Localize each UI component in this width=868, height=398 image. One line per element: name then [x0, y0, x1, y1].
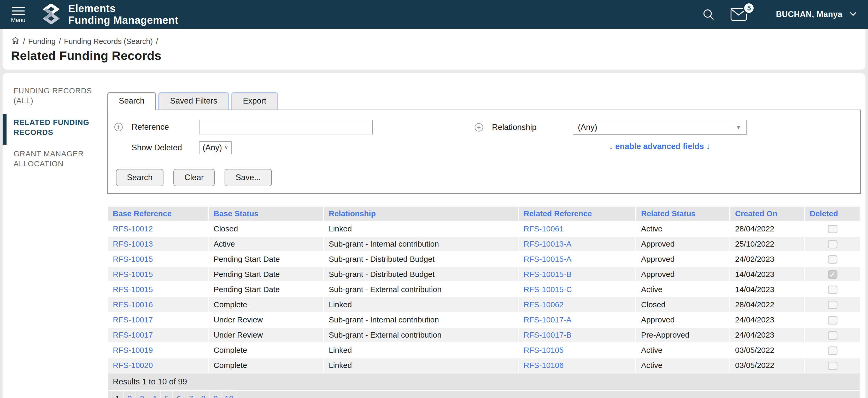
breadcrumb-card: / Funding / Funding Records (Search) / R… [3, 29, 865, 69]
related-reference-link[interactable]: RFS-10015-A [524, 255, 571, 263]
page-number[interactable]: 10 [221, 391, 237, 398]
deleted-checkbox[interactable] [828, 316, 837, 324]
sidebar-item-funding-records-all[interactable]: FUNDING RECORDS (ALL) [13, 86, 102, 106]
related-reference-link[interactable]: RFS-10013-A [524, 239, 571, 248]
show-deleted-label: Show Deleted [132, 143, 182, 152]
base-reference-link[interactable]: RFS-10016 [113, 300, 153, 309]
page-number[interactable]: 7 [185, 391, 197, 398]
pagination: 1 2 3 4 5 6 7 8 9 10 [112, 391, 237, 398]
column-header-related-reference[interactable]: Related Reference [518, 206, 636, 221]
table-row: RFS-10015 Pending Start Date Sub-grant -… [107, 252, 861, 267]
deleted-checkbox[interactable] [828, 255, 837, 263]
add-criteria-relationship-icon[interactable]: + [475, 123, 483, 132]
table-row: RFS-10016 Complete Linked RFS-10062 Clos… [107, 297, 861, 312]
base-reference-link[interactable]: RFS-10015 [113, 285, 153, 294]
deleted-checkbox[interactable] [828, 240, 837, 249]
home-icon[interactable] [11, 36, 20, 47]
add-criteria-reference-icon[interactable]: + [114, 123, 123, 131]
tab-export[interactable]: Export [231, 92, 278, 110]
table-row: RFS-10015 Pending Start Date Sub-grant -… [107, 267, 861, 282]
relationship-select[interactable]: (Any) ▼ [573, 120, 747, 135]
tab-search[interactable]: Search [107, 92, 156, 110]
column-header-base-status[interactable]: Base Status [208, 206, 323, 221]
save-button[interactable]: Save... [224, 169, 272, 186]
related-reference-link[interactable]: RFS-10062 [524, 300, 563, 309]
search-panel: + Reference Show Deleted (Any) ˅ [107, 110, 861, 194]
deleted-checkbox[interactable] [828, 331, 837, 340]
results-table: Base Reference Base Status Relationship … [107, 206, 861, 398]
base-reference-link[interactable]: RFS-10020 [113, 361, 153, 369]
content-area: Search Saved Filters Export + Reference [107, 73, 866, 398]
base-reference-link[interactable]: RFS-10015 [113, 255, 153, 263]
messages-button[interactable]: 5 [731, 8, 747, 21]
page-number[interactable]: 2 [123, 391, 136, 398]
search-icon[interactable] [702, 7, 715, 21]
deleted-checkbox[interactable] [828, 346, 837, 355]
column-header-deleted[interactable]: Deleted [805, 206, 861, 221]
column-header-created-on[interactable]: Created On [730, 206, 805, 221]
table-header-row: Base Reference Base Status Relationship … [107, 206, 861, 221]
menu-button[interactable]: Menu [11, 5, 25, 24]
page-number[interactable]: 4 [148, 391, 161, 398]
table-row: RFS-10012 Closed Linked RFS-10061 Active… [107, 221, 861, 236]
brand-title: Elements Funding Management [68, 3, 178, 26]
breadcrumb-link-funding[interactable]: Funding [28, 37, 56, 46]
results-table-wrap: Base Reference Base Status Relationship … [107, 206, 861, 398]
base-reference-link[interactable]: RFS-10019 [113, 346, 153, 354]
sidebar-item-grant-manager-allocation[interactable]: GRANT MANAGER ALLOCATION [13, 149, 102, 169]
user-menu[interactable]: BUCHAN, Manya [776, 10, 857, 19]
page-number[interactable]: 6 [172, 391, 185, 398]
relationship-label: Relationship [492, 123, 537, 132]
related-reference-link[interactable]: RFS-10061 [524, 224, 563, 233]
related-reference-link[interactable]: RFS-10017-A [524, 315, 571, 324]
page-number[interactable]: 3 [135, 391, 148, 398]
menu-label: Menu [11, 17, 25, 24]
search-button[interactable]: Search [116, 169, 163, 186]
results-count: Results 1 to 10 of 99 [107, 373, 861, 391]
column-header-related-status[interactable]: Related Status [636, 206, 730, 221]
deleted-checkbox[interactable] [828, 225, 837, 233]
breadcrumb-link-funding-records-search[interactable]: Funding Records (Search) [64, 37, 153, 46]
main-content-card: FUNDING RECORDS (ALL) RELATED FUNDING RE… [3, 73, 865, 398]
column-header-base-reference[interactable]: Base Reference [107, 206, 208, 221]
reference-label: Reference [132, 122, 169, 132]
page-number[interactable]: 9 [209, 391, 222, 398]
page-number-current: 1 [111, 391, 124, 398]
deleted-checkbox[interactable] [828, 362, 837, 370]
table-row: RFS-10015 Pending Start Date Sub-grant -… [107, 282, 861, 297]
deleted-checkbox[interactable] [828, 301, 837, 309]
page-number[interactable]: 8 [197, 391, 210, 398]
table-row: RFS-10013 Active Sub-grant - Internal co… [107, 236, 861, 252]
tab-saved-filters[interactable]: Saved Filters [158, 92, 229, 110]
base-reference-link[interactable]: RFS-10013 [113, 239, 153, 248]
active-indicator-bar [3, 114, 6, 145]
table-row: RFS-10017 Under Review Sub-grant - Inter… [107, 312, 861, 328]
notification-badge: 5 [743, 2, 755, 14]
show-deleted-select[interactable]: (Any) ˅ [199, 141, 231, 154]
sidebar: FUNDING RECORDS (ALL) RELATED FUNDING RE… [3, 73, 107, 398]
deleted-checkbox[interactable] [828, 271, 837, 279]
related-reference-link[interactable]: RFS-10106 [524, 361, 563, 369]
related-reference-link[interactable]: RFS-10017-B [524, 331, 571, 339]
related-reference-link[interactable]: RFS-10105 [524, 346, 563, 354]
related-reference-link[interactable]: RFS-10015-C [524, 285, 572, 294]
base-reference-link[interactable]: RFS-10017 [113, 315, 153, 324]
deleted-checkbox[interactable] [828, 286, 837, 294]
table-row: RFS-10019 Complete Linked RFS-10105 Acti… [107, 343, 861, 358]
table-row: RFS-10020 Complete Linked RFS-10106 Acti… [107, 358, 861, 373]
page-title: Related Funding Records [11, 48, 857, 63]
base-reference-link[interactable]: RFS-10015 [113, 270, 153, 279]
clear-button[interactable]: Clear [174, 169, 215, 186]
elements-logo-icon [41, 4, 61, 25]
base-reference-link[interactable]: RFS-10012 [113, 224, 153, 233]
breadcrumb: / Funding / Funding Records (Search) / [11, 36, 857, 47]
reference-input[interactable] [199, 120, 373, 135]
column-header-relationship[interactable]: Relationship [323, 206, 518, 221]
related-reference-link[interactable]: RFS-10015-B [524, 270, 571, 279]
sidebar-item-related-funding-records[interactable]: RELATED FUNDING RECORDS [13, 117, 102, 138]
enable-advanced-fields-link[interactable]: ↓ enable advanced fields ↓ [573, 142, 747, 151]
page-number[interactable]: 5 [160, 391, 173, 398]
base-reference-link[interactable]: RFS-10017 [113, 331, 153, 339]
chevron-down-icon: ˅ [224, 144, 228, 151]
dropdown-arrow-icon: ▼ [736, 124, 741, 131]
